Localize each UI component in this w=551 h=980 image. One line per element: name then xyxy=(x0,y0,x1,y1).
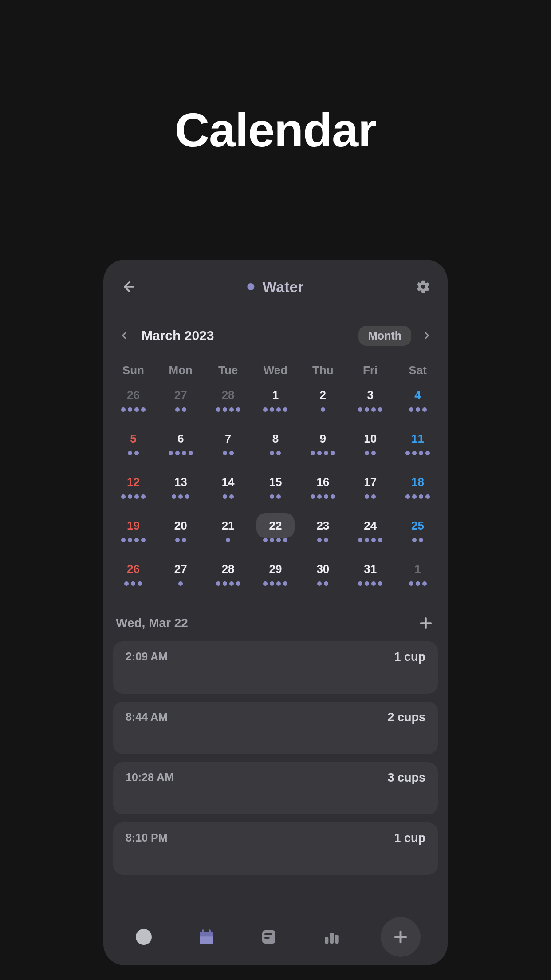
add-entry-button[interactable] xyxy=(417,614,435,632)
entry-time: 10:28 AM xyxy=(126,771,174,806)
entry-value: 2 cups xyxy=(387,711,425,745)
calendar-day[interactable]: 23 xyxy=(299,508,346,551)
day-number: 9 xyxy=(311,429,335,448)
calendar-day[interactable]: 27 xyxy=(157,551,205,595)
day-number: 20 xyxy=(168,516,193,535)
calendar-day[interactable]: 24 xyxy=(346,508,394,551)
calendar-day[interactable]: 9 xyxy=(299,421,346,464)
selected-date-label: Wed, Mar 22 xyxy=(116,616,188,630)
day-dots xyxy=(412,538,423,542)
calendar-day[interactable]: 2 xyxy=(299,377,346,421)
calendar-day[interactable]: 21 xyxy=(205,508,252,551)
day-dots xyxy=(121,407,146,412)
entry-time: 8:10 PM xyxy=(126,831,167,866)
next-month-button[interactable] xyxy=(417,325,437,346)
day-dots xyxy=(358,407,382,412)
day-dots xyxy=(223,451,234,455)
day-number: 17 xyxy=(358,472,383,492)
day-dots xyxy=(216,581,240,586)
calendar-day[interactable]: 4 xyxy=(394,377,441,421)
day-number: 26 xyxy=(121,385,146,405)
app-screen: Water March 2023 Month SunMonTueWedThuFr… xyxy=(103,260,448,965)
tab-stats[interactable] xyxy=(318,924,345,950)
calendar-day[interactable]: 29 xyxy=(252,551,299,595)
calendar-day[interactable]: 14 xyxy=(205,464,252,508)
day-dots xyxy=(226,538,230,542)
day-number: 30 xyxy=(311,559,335,579)
weekday-label: Wed xyxy=(252,364,299,377)
calendar-day[interactable]: 17 xyxy=(346,464,394,508)
calendar-day[interactable]: 11 xyxy=(394,421,441,464)
settings-button[interactable] xyxy=(414,277,433,296)
day-dots xyxy=(263,407,287,412)
back-button[interactable] xyxy=(118,277,137,296)
calendar-day[interactable]: 8 xyxy=(252,421,299,464)
tab-list[interactable] xyxy=(256,924,282,950)
day-dots xyxy=(178,581,183,586)
svg-rect-1 xyxy=(200,932,213,936)
calendar-day[interactable]: 18 xyxy=(394,464,441,508)
tab-add[interactable] xyxy=(381,917,421,957)
calendar-day[interactable]: 16 xyxy=(299,464,346,508)
day-dots xyxy=(358,581,382,586)
calendar-day[interactable]: 1 xyxy=(252,377,299,421)
calendar-day[interactable]: 5 xyxy=(110,421,157,464)
tab-calendar[interactable] xyxy=(193,924,220,950)
day-dots xyxy=(270,494,281,499)
day-dots xyxy=(409,407,427,412)
calendar-day[interactable]: 22 xyxy=(252,508,299,551)
svg-rect-3 xyxy=(209,929,211,933)
day-number: 11 xyxy=(405,429,430,448)
day-number: 6 xyxy=(168,429,193,448)
tab-today[interactable] xyxy=(130,924,157,950)
calendar-day[interactable]: 19 xyxy=(110,508,157,551)
entry-row[interactable]: 8:10 PM1 cup xyxy=(113,822,438,875)
day-number: 8 xyxy=(263,429,288,448)
day-number: 26 xyxy=(121,559,146,579)
calendar-day[interactable]: 3 xyxy=(346,377,394,421)
page-title: Calendar xyxy=(175,102,376,158)
svg-rect-5 xyxy=(264,933,272,935)
day-dots xyxy=(172,494,189,499)
calendar-day[interactable]: 10 xyxy=(346,421,394,464)
calendar-day[interactable]: 6 xyxy=(157,421,205,464)
day-dots xyxy=(409,581,427,586)
calendar-day[interactable]: 1 xyxy=(394,551,441,595)
selected-date-row: Wed, Mar 22 xyxy=(103,603,448,641)
calendar-day[interactable]: 20 xyxy=(157,508,205,551)
day-number: 4 xyxy=(405,385,430,405)
calendar-day[interactable]: 7 xyxy=(205,421,252,464)
calendar-day[interactable]: 28 xyxy=(205,551,252,595)
day-number: 29 xyxy=(263,559,288,579)
day-dots xyxy=(317,581,328,586)
day-dots xyxy=(405,494,430,499)
calendar-day[interactable]: 30 xyxy=(299,551,346,595)
calendar-day[interactable]: 31 xyxy=(346,551,394,595)
day-number: 27 xyxy=(168,559,193,579)
calendar-day[interactable]: 28 xyxy=(205,377,252,421)
day-dots xyxy=(311,494,335,499)
day-dots xyxy=(358,538,382,542)
day-number: 22 xyxy=(263,516,288,535)
header-bar: Water xyxy=(103,275,448,299)
calendar-day[interactable]: 25 xyxy=(394,508,441,551)
entries-list: 2:09 AM1 cup8:44 AM2 cups10:28 AM3 cups8… xyxy=(103,641,448,875)
entry-row[interactable]: 10:28 AM3 cups xyxy=(113,762,438,814)
calendar-day[interactable]: 27 xyxy=(157,377,205,421)
day-dots xyxy=(175,407,186,412)
day-number: 23 xyxy=(311,516,335,535)
entry-time: 8:44 AM xyxy=(126,711,168,745)
view-mode-pill[interactable]: Month xyxy=(358,326,411,346)
calendar-day[interactable]: 15 xyxy=(252,464,299,508)
calendar-day[interactable]: 13 xyxy=(157,464,205,508)
calendar-day[interactable]: 26 xyxy=(110,377,157,421)
calendar-day[interactable]: 26 xyxy=(110,551,157,595)
day-number: 1 xyxy=(263,385,288,405)
entry-row[interactable]: 8:44 AM2 cups xyxy=(113,702,438,754)
day-dots xyxy=(365,451,376,455)
day-dots xyxy=(263,538,287,542)
calendar-day[interactable]: 12 xyxy=(110,464,157,508)
prev-month-button[interactable] xyxy=(114,325,134,346)
day-number: 28 xyxy=(216,385,240,405)
entry-row[interactable]: 2:09 AM1 cup xyxy=(113,641,438,694)
